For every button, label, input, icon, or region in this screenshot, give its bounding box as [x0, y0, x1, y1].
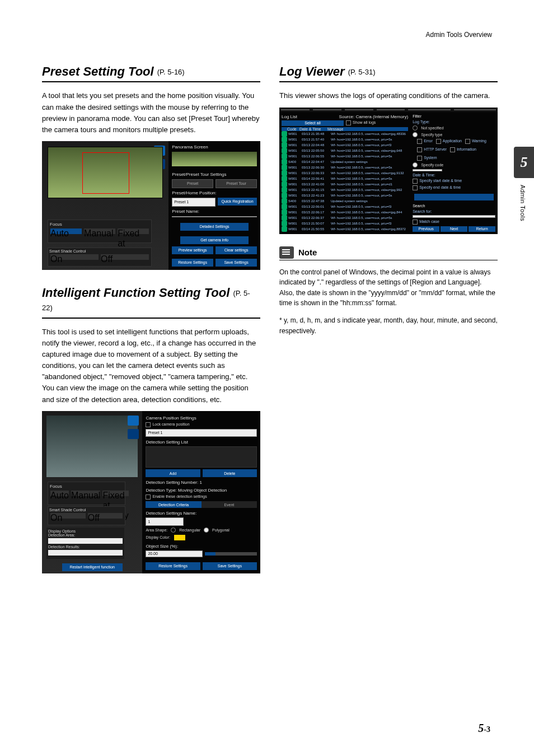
clear-settings-button[interactable]: Clear settings — [216, 246, 257, 254]
auto-button[interactable]: Auto — [50, 491, 69, 496]
breadcrumb: Admin Tools Overview — [426, 31, 493, 39]
log-row[interactable]: W00103/13 21:50:07Wf- host=192.168.0.5, … — [282, 221, 408, 226]
spectype-label: Specify type — [421, 133, 442, 137]
log-row[interactable]: W00103/13 22:41:00Wf- host=192.168.0.5, … — [282, 181, 408, 187]
show-all-checkbox[interactable]: Show all logs — [346, 120, 408, 126]
log-row[interactable]: W00103/13 21:35:48Wf- host=192.168.0.5, … — [282, 131, 408, 137]
log-list-label: Log List — [282, 114, 297, 119]
detection-results-label: Detection Results: — [48, 545, 123, 549]
log-pageref: (P. 5-31) — [348, 68, 376, 76]
log-row[interactable]: W00103/13 22:06:30Wf- host=192.168.0.5, … — [282, 165, 408, 170]
save-settings-button[interactable]: Save Settings — [203, 562, 257, 570]
obj-size-slider[interactable] — [205, 552, 257, 556]
spectype-radio[interactable] — [413, 132, 418, 137]
log-row[interactable]: S40003/15 22:47:38Updated system setting… — [282, 198, 408, 204]
fixed-infinity-button[interactable]: Fixed at Infinity — [102, 491, 128, 496]
note-label: Note — [298, 248, 317, 257]
information-chk[interactable]: Information — [450, 147, 476, 152]
det-set-name-input[interactable]: 1 — [146, 517, 184, 526]
return-button[interactable]: Return — [469, 226, 495, 232]
get-camera-info-button[interactable]: Get camera info — [180, 236, 248, 244]
system-chk[interactable]: System — [417, 156, 437, 161]
color-swatch[interactable] — [174, 534, 186, 541]
notspec-radio[interactable] — [413, 125, 418, 130]
ssc-on-button[interactable]: On — [50, 513, 86, 519]
application-chk[interactable]: Application — [436, 139, 462, 144]
log-title: Log Viewer (P. 5-31) — [279, 64, 498, 82]
detailed-settings-button[interactable]: Detailed Settings — [180, 223, 248, 231]
delete-button[interactable]: Delete — [203, 469, 257, 477]
preset-body: A tool that lets you set presets and the… — [42, 90, 260, 136]
poly-radio[interactable] — [204, 528, 209, 533]
restore-settings-button[interactable]: Restore Settings — [146, 562, 200, 570]
log-row[interactable]: W00103/13 22:06:37Wf- host=192.168.0.5, … — [282, 215, 408, 221]
enable-detection-checkbox[interactable]: Enable these detection settings — [146, 494, 257, 500]
rect-radio[interactable] — [171, 528, 176, 533]
preset-tab[interactable]: Preset — [172, 179, 213, 188]
error-chk[interactable]: Error — [417, 139, 433, 144]
apply-filter-button[interactable] — [414, 194, 494, 200]
auto-button[interactable]: Auto — [50, 228, 82, 234]
specstart-chk[interactable]: Specify start date & time — [413, 179, 495, 184]
next-file-button[interactable] — [377, 109, 405, 110]
control-icon — [128, 416, 139, 426]
log-row[interactable]: W00103/13 22:41:15Wf- host=192.168.0.5, … — [282, 187, 408, 193]
lock-camera-checkbox[interactable]: Lock camera position — [146, 422, 257, 427]
preset-select[interactable]: Preset 1 — [172, 198, 216, 207]
preset-select[interactable]: Preset 1 — [146, 429, 257, 437]
log-row[interactable]: W00103/14 21:50:55Wf- host=192.168.0.5, … — [282, 226, 408, 232]
cam-pos-settings-label: Camera Position Settings — [146, 416, 257, 421]
detection-area-select[interactable] — [48, 538, 123, 544]
note-header: Note — [279, 246, 498, 260]
restart-intel-button[interactable]: Restart intelligent function — [62, 563, 123, 571]
code-input[interactable] — [413, 169, 442, 172]
log-row[interactable]: W00103/15 22:06:17Wf- host=192.168.0.5, … — [282, 209, 408, 215]
ssc-off-button[interactable]: Off — [101, 254, 149, 260]
det-num-value: 1 — [199, 480, 202, 485]
log-row[interactable]: W00103/13 22:06:55Wf- host=192.168.0.5, … — [282, 153, 408, 159]
ssc-on-button[interactable]: On — [50, 254, 99, 260]
restore-settings-button[interactable]: Restore Settings — [172, 259, 213, 267]
log-row[interactable]: S40003/14 22:04:47Updated system setting… — [282, 159, 408, 165]
log-row[interactable]: W00103/13 22:04:48Wf- host=192.168.0.5, … — [282, 142, 408, 148]
warning-chk[interactable]: Warning — [465, 139, 486, 144]
next-button[interactable]: Next — [441, 226, 467, 232]
open-local-button[interactable] — [408, 109, 450, 110]
save-settings-button[interactable]: Save Settings — [216, 259, 257, 267]
preview-settings-button[interactable]: Preview settings — [172, 246, 213, 254]
preset-tour-tab[interactable]: Preset Tour — [216, 179, 257, 188]
preset-tool-screenshot: Focus Auto Manual Fixed at Infinity Smar… — [42, 141, 260, 270]
detection-results-select[interactable] — [48, 550, 123, 556]
log-row[interactable]: W00103/13 22:06:33Wf- host=192.168.0.5, … — [282, 170, 408, 176]
detection-criteria-tab[interactable]: Detection Criteria — [146, 501, 201, 508]
ssc-off-button[interactable]: Off — [88, 513, 123, 519]
log-row[interactable]: W00103/13 22:06:01Wf- host=192.168.0.5, … — [282, 204, 408, 209]
prev-file-button[interactable] — [345, 109, 373, 110]
quick-registration-button[interactable]: Quick Registration — [218, 198, 257, 206]
log-row[interactable]: W00103/13 21:57:40Wf- host=192.168.0.5, … — [282, 137, 408, 142]
log-row[interactable]: W00103/13 22:41:23Wf- host=192.168.0.5, … — [282, 193, 408, 198]
speccode-radio[interactable] — [413, 162, 418, 167]
specend-chk[interactable]: Specify end date & time — [413, 185, 495, 190]
log-row[interactable]: W00103/14 22:06:41Wf- host=192.168.0.5, … — [282, 176, 408, 181]
fixed-infinity-button[interactable]: Fixed at Infinity — [118, 228, 149, 234]
manual-button[interactable]: Manual — [84, 228, 115, 234]
download-button[interactable] — [281, 109, 310, 110]
manual-button[interactable]: Manual — [71, 491, 100, 496]
obj-size-input[interactable]: 20.00 — [146, 550, 202, 557]
matchcase-chk[interactable]: Match case — [413, 220, 495, 225]
previous-button[interactable]: Previous — [413, 226, 439, 232]
add-button[interactable]: Add — [146, 469, 200, 477]
event-tab[interactable]: Event — [202, 501, 257, 508]
httpserver-chk[interactable]: HTTP Server — [417, 147, 447, 152]
reload-button[interactable] — [313, 109, 341, 110]
control-icon — [128, 429, 139, 439]
select-all-button[interactable]: Select all — [282, 120, 344, 126]
display-color-label: Display Color: — [146, 535, 170, 539]
log-row[interactable]: W00103/13 22:05:50Wf- host=192.168.0.5, … — [282, 148, 408, 153]
preset-tour-settings-label: Preset/Preset Tour Settings — [172, 172, 257, 177]
area-shape-label: Area Shape: — [146, 528, 167, 532]
preset-name-input[interactable] — [172, 216, 257, 217]
search-input[interactable] — [413, 215, 495, 218]
save-local-button[interactable] — [454, 109, 496, 110]
